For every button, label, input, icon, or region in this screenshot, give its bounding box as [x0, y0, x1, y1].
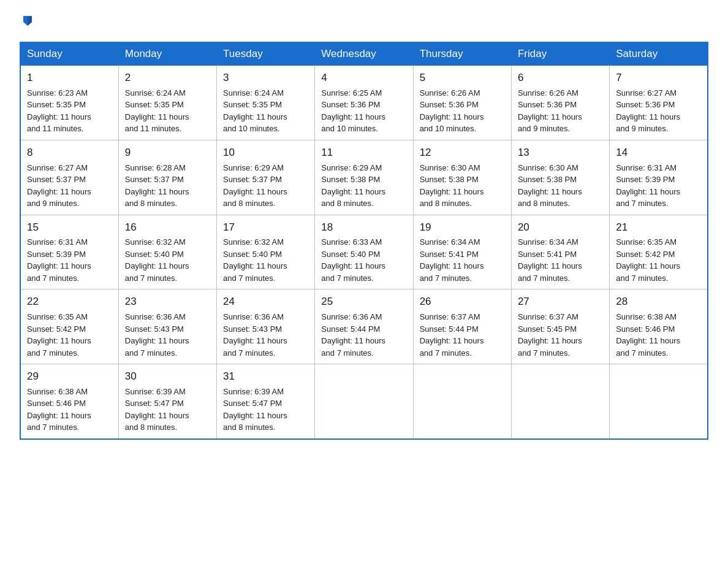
- day-number: 25: [321, 294, 406, 309]
- calendar-cell: [413, 364, 511, 439]
- day-info: Sunrise: 6:38 AMSunset: 5:46 PMDaylight:…: [616, 312, 680, 358]
- calendar-cell: 6 Sunrise: 6:26 AMSunset: 5:36 PMDayligh…: [511, 66, 609, 140]
- calendar-cell: 31 Sunrise: 6:39 AMSunset: 5:47 PMDaylig…: [217, 364, 315, 439]
- weekday-header-sunday: Sunday: [20, 42, 118, 66]
- calendar-cell: 25 Sunrise: 6:36 AMSunset: 5:44 PMDaylig…: [315, 289, 413, 364]
- day-number: 1: [27, 71, 112, 85]
- day-info: Sunrise: 6:24 AMSunset: 5:35 PMDaylight:…: [125, 88, 189, 134]
- day-info: Sunrise: 6:26 AMSunset: 5:36 PMDaylight:…: [518, 88, 582, 134]
- day-info: Sunrise: 6:34 AMSunset: 5:41 PMDaylight:…: [420, 237, 484, 283]
- calendar-cell: 16 Sunrise: 6:32 AMSunset: 5:40 PMDaylig…: [118, 215, 216, 289]
- day-info: Sunrise: 6:25 AMSunset: 5:36 PMDaylight:…: [321, 88, 385, 134]
- calendar-cell: 4 Sunrise: 6:25 AMSunset: 5:36 PMDayligh…: [315, 66, 413, 140]
- day-info: Sunrise: 6:32 AMSunset: 5:40 PMDaylight:…: [125, 237, 189, 283]
- weekday-header-saturday: Saturday: [610, 42, 708, 66]
- weekday-header-wednesday: Wednesday: [315, 42, 413, 66]
- day-number: 22: [27, 294, 112, 309]
- day-number: 15: [27, 220, 112, 235]
- day-number: 14: [616, 145, 701, 160]
- calendar-cell: 18 Sunrise: 6:33 AMSunset: 5:40 PMDaylig…: [315, 215, 413, 289]
- weekday-header-row: SundayMondayTuesdayWednesdayThursdayFrid…: [20, 42, 708, 66]
- calendar-cell: 1 Sunrise: 6:23 AMSunset: 5:35 PMDayligh…: [20, 66, 118, 140]
- day-number: 12: [420, 145, 505, 160]
- day-info: Sunrise: 6:32 AMSunset: 5:40 PMDaylight:…: [223, 237, 287, 283]
- calendar-cell: 9 Sunrise: 6:28 AMSunset: 5:37 PMDayligh…: [118, 140, 216, 215]
- day-info: Sunrise: 6:28 AMSunset: 5:37 PMDaylight:…: [125, 163, 189, 209]
- calendar-table: SundayMondayTuesdayWednesdayThursdayFrid…: [20, 42, 708, 440]
- calendar-cell: 17 Sunrise: 6:32 AMSunset: 5:40 PMDaylig…: [217, 215, 315, 289]
- week-row-2: 8 Sunrise: 6:27 AMSunset: 5:37 PMDayligh…: [20, 140, 708, 215]
- day-number: 4: [321, 71, 406, 85]
- calendar-cell: 26 Sunrise: 6:37 AMSunset: 5:44 PMDaylig…: [413, 289, 511, 364]
- calendar-cell: 19 Sunrise: 6:34 AMSunset: 5:41 PMDaylig…: [413, 215, 511, 289]
- day-number: 6: [518, 71, 603, 85]
- day-number: 10: [223, 145, 308, 160]
- day-info: Sunrise: 6:27 AMSunset: 5:36 PMDaylight:…: [616, 88, 680, 134]
- day-number: 2: [125, 71, 210, 85]
- day-number: 31: [223, 369, 308, 384]
- day-info: Sunrise: 6:39 AMSunset: 5:47 PMDaylight:…: [125, 387, 189, 432]
- day-number: 24: [223, 294, 308, 309]
- day-number: 7: [616, 71, 701, 85]
- day-number: 19: [420, 220, 505, 235]
- calendar-cell: 13 Sunrise: 6:30 AMSunset: 5:38 PMDaylig…: [511, 140, 609, 215]
- day-info: Sunrise: 6:26 AMSunset: 5:36 PMDaylight:…: [420, 88, 484, 134]
- day-number: 30: [125, 369, 210, 384]
- calendar-cell: 27 Sunrise: 6:37 AMSunset: 5:45 PMDaylig…: [511, 289, 609, 364]
- day-info: Sunrise: 6:31 AMSunset: 5:39 PMDaylight:…: [616, 163, 680, 209]
- calendar-cell: 3 Sunrise: 6:24 AMSunset: 5:35 PMDayligh…: [217, 66, 315, 140]
- day-info: Sunrise: 6:34 AMSunset: 5:41 PMDaylight:…: [518, 237, 582, 283]
- day-info: Sunrise: 6:31 AMSunset: 5:39 PMDaylight:…: [27, 237, 91, 283]
- calendar-cell: 28 Sunrise: 6:38 AMSunset: 5:46 PMDaylig…: [610, 289, 708, 364]
- calendar-cell: 15 Sunrise: 6:31 AMSunset: 5:39 PMDaylig…: [20, 215, 118, 289]
- day-number: 17: [223, 220, 308, 235]
- day-number: 13: [518, 145, 603, 160]
- page-header: [20, 15, 708, 31]
- svg-marker-1: [28, 16, 32, 26]
- calendar-cell: 11 Sunrise: 6:29 AMSunset: 5:38 PMDaylig…: [315, 140, 413, 215]
- day-info: Sunrise: 6:35 AMSunset: 5:42 PMDaylight:…: [616, 237, 680, 283]
- calendar-cell: 22 Sunrise: 6:35 AMSunset: 5:42 PMDaylig…: [20, 289, 118, 364]
- day-info: Sunrise: 6:37 AMSunset: 5:44 PMDaylight:…: [420, 312, 484, 358]
- day-number: 8: [27, 145, 112, 160]
- weekday-header-monday: Monday: [118, 42, 216, 66]
- calendar-cell: 12 Sunrise: 6:30 AMSunset: 5:38 PMDaylig…: [413, 140, 511, 215]
- day-info: Sunrise: 6:36 AMSunset: 5:43 PMDaylight:…: [125, 312, 189, 358]
- day-info: Sunrise: 6:29 AMSunset: 5:38 PMDaylight:…: [321, 163, 385, 209]
- day-number: 21: [616, 220, 701, 235]
- day-number: 27: [518, 294, 603, 309]
- logo-area: [20, 15, 36, 31]
- calendar-cell: 2 Sunrise: 6:24 AMSunset: 5:35 PMDayligh…: [118, 66, 216, 140]
- day-number: 5: [420, 71, 505, 85]
- day-info: Sunrise: 6:29 AMSunset: 5:37 PMDaylight:…: [223, 163, 287, 209]
- calendar-cell: 30 Sunrise: 6:39 AMSunset: 5:47 PMDaylig…: [118, 364, 216, 439]
- day-info: Sunrise: 6:39 AMSunset: 5:47 PMDaylight:…: [223, 387, 287, 432]
- day-info: Sunrise: 6:37 AMSunset: 5:45 PMDaylight:…: [518, 312, 582, 358]
- day-info: Sunrise: 6:23 AMSunset: 5:35 PMDaylight:…: [27, 88, 91, 134]
- calendar-cell: [610, 364, 708, 439]
- day-info: Sunrise: 6:27 AMSunset: 5:37 PMDaylight:…: [27, 163, 91, 209]
- weekday-header-tuesday: Tuesday: [217, 42, 315, 66]
- weekday-header-thursday: Thursday: [413, 42, 511, 66]
- day-info: Sunrise: 6:35 AMSunset: 5:42 PMDaylight:…: [27, 312, 91, 358]
- calendar-cell: 29 Sunrise: 6:38 AMSunset: 5:46 PMDaylig…: [20, 364, 118, 439]
- day-info: Sunrise: 6:24 AMSunset: 5:35 PMDaylight:…: [223, 88, 287, 134]
- day-info: Sunrise: 6:30 AMSunset: 5:38 PMDaylight:…: [420, 163, 484, 209]
- day-number: 9: [125, 145, 210, 160]
- calendar-cell: 20 Sunrise: 6:34 AMSunset: 5:41 PMDaylig…: [511, 215, 609, 289]
- week-row-3: 15 Sunrise: 6:31 AMSunset: 5:39 PMDaylig…: [20, 215, 708, 289]
- calendar-cell: 10 Sunrise: 6:29 AMSunset: 5:37 PMDaylig…: [217, 140, 315, 215]
- calendar-cell: 8 Sunrise: 6:27 AMSunset: 5:37 PMDayligh…: [20, 140, 118, 215]
- day-info: Sunrise: 6:33 AMSunset: 5:40 PMDaylight:…: [321, 237, 385, 283]
- week-row-5: 29 Sunrise: 6:38 AMSunset: 5:46 PMDaylig…: [20, 364, 708, 439]
- day-number: 29: [27, 369, 112, 384]
- calendar-cell: 21 Sunrise: 6:35 AMSunset: 5:42 PMDaylig…: [610, 215, 708, 289]
- day-number: 26: [420, 294, 505, 309]
- day-info: Sunrise: 6:36 AMSunset: 5:43 PMDaylight:…: [223, 312, 287, 358]
- day-number: 20: [518, 220, 603, 235]
- calendar-cell: 23 Sunrise: 6:36 AMSunset: 5:43 PMDaylig…: [118, 289, 216, 364]
- day-number: 3: [223, 71, 308, 85]
- calendar-cell: 5 Sunrise: 6:26 AMSunset: 5:36 PMDayligh…: [413, 66, 511, 140]
- day-number: 18: [321, 220, 406, 235]
- week-row-1: 1 Sunrise: 6:23 AMSunset: 5:35 PMDayligh…: [20, 66, 708, 140]
